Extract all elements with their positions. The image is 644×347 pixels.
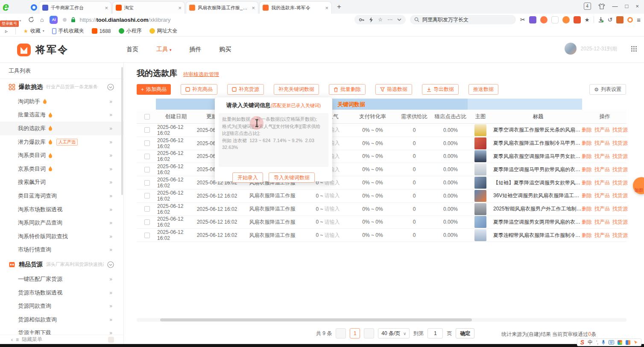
- row-checkbox[interactable]: [144, 219, 150, 225]
- horizontal-scrollbar-thumb[interactable]: [160, 318, 472, 321]
- delete-link[interactable]: 删除: [582, 140, 592, 147]
- delete-link[interactable]: 删除: [582, 232, 592, 239]
- hide-menu-bar[interactable]: ‹ ≡ 隐藏菜单: [0, 335, 123, 344]
- home-icon[interactable]: ⌂: [40, 16, 44, 23]
- sidebar-item-taoci-zhushou[interactable]: 淘词助手 »: [0, 95, 123, 108]
- delete-link[interactable]: 删除: [582, 205, 592, 213]
- sidebar-item-tejiaban-tongkuan[interactable]: 淘系特价版同款查找 »: [0, 230, 123, 243]
- product-image[interactable]: [474, 124, 486, 136]
- find-source-link[interactable]: 找货源: [612, 126, 628, 134]
- sidebar-section-hot-picks[interactable]: 爆款挑选 行业产品货源一条龙服务: [0, 79, 123, 95]
- sidebar-scrollbar[interactable]: [121, 67, 123, 195]
- fox-extension-icon[interactable]: [562, 16, 570, 23]
- maximize-button[interactable]: □: [625, 3, 629, 9]
- sidebar-item-sousuo-biaoshengci[interactable]: 搜索飙升词 »: [0, 176, 123, 190]
- row-checkbox[interactable]: [144, 233, 150, 238]
- delete-link[interactable]: 删除: [582, 166, 592, 173]
- column-main-image[interactable]: 主图: [468, 110, 493, 123]
- quick-search-box[interactable]: 阿里离职发万字长文: [410, 15, 516, 24]
- avatar[interactable]: [565, 43, 577, 55]
- find-product-link[interactable]: 找产品: [594, 140, 610, 147]
- scissors-extension-icon[interactable]: ✂: [520, 16, 525, 23]
- product-image[interactable]: [474, 203, 486, 215]
- row-checkbox[interactable]: [144, 193, 150, 198]
- find-product-link[interactable]: 找产品: [594, 219, 610, 226]
- row-checkbox[interactable]: [144, 167, 150, 172]
- bookmark-miniprogram[interactable]: 小程序: [119, 27, 142, 35]
- tab-close-icon[interactable]: ×: [325, 5, 328, 11]
- extensions-icon[interactable]: ★: [585, 17, 590, 23]
- chevron-circle-icon[interactable]: [107, 84, 114, 90]
- select-all-checkbox[interactable]: [144, 114, 150, 120]
- pointer-icon[interactable]: [634, 340, 638, 344]
- download-icon[interactable]: [598, 17, 604, 23]
- find-product-link[interactable]: 找产品: [594, 192, 610, 199]
- delete-link[interactable]: 删除: [582, 192, 592, 199]
- apps-grid-icon[interactable]: [631, 46, 637, 52]
- reload-icon[interactable]: [28, 17, 34, 23]
- tab-close-icon[interactable]: ×: [178, 5, 181, 11]
- popularity-input-placeholder[interactable]: 请输入: [325, 205, 340, 213]
- close-button[interactable]: ×: [635, 3, 639, 9]
- sidebar-item-huoyuan-shichang-toushi[interactable]: 货源市场数据透视 »: [0, 286, 123, 300]
- tab-taobao[interactable]: 淘宝 ×: [112, 1, 185, 14]
- translate-extension-icon[interactable]: [529, 16, 536, 23]
- keyboard-icon[interactable]: [609, 340, 614, 344]
- bookmark-navsite[interactable]: 网址大全: [149, 27, 178, 35]
- export-data-button[interactable]: 导出数据: [422, 84, 459, 95]
- product-image[interactable]: [474, 163, 486, 175]
- find-source-link[interactable]: 找货源: [612, 153, 628, 160]
- column-created[interactable]: 创建日期: [157, 110, 195, 123]
- shirt-icon[interactable]: [598, 3, 605, 9]
- bookmark-phone-favorites[interactable]: 手机收藏夹: [52, 27, 84, 35]
- download-count-badge[interactable]: 4: [584, 3, 591, 10]
- prev-page-button[interactable]: [336, 328, 346, 338]
- site-info-icon[interactable]: [63, 18, 67, 22]
- tab-taobao-search[interactable]: 风扇衣服降温工作服_淘宝搜索 ×: [186, 1, 258, 14]
- current-page-button[interactable]: 1: [350, 328, 360, 338]
- row-checkbox[interactable]: [144, 127, 150, 133]
- brand-logo[interactable]: 将军令: [16, 42, 69, 57]
- column-actions[interactable]: 操作: [583, 110, 626, 123]
- bookmark-star-icon[interactable]: ☆: [378, 17, 383, 23]
- find-source-link[interactable]: 找货源: [612, 140, 628, 147]
- sidebar-item-shichang-hangqing[interactable]: 市场行情查询 »: [0, 243, 123, 257]
- sidebar-item-jingxi-leimuci[interactable]: 京系类目词 »: [0, 162, 123, 176]
- goto-page-input[interactable]: 1: [427, 328, 443, 338]
- column-conversion[interactable]: 支付转化率: [350, 110, 395, 123]
- skin-palette-icon[interactable]: [618, 340, 622, 345]
- undo-icon[interactable]: ↺: [608, 16, 613, 23]
- nav-plugins[interactable]: 插件: [190, 46, 202, 53]
- tab-xuankuanku-active[interactable]: 我的选款库-将军令 ×: [259, 1, 332, 14]
- login-account-badge[interactable]: 登录账号: [0, 20, 19, 27]
- push-data-button[interactable]: 推送数据: [468, 84, 498, 95]
- new-tab-button[interactable]: +: [337, 3, 341, 11]
- sidebar-item-taoxi-leimuci[interactable]: 淘系类目词 »: [0, 149, 123, 162]
- filter-data-button[interactable]: 筛选数据: [375, 84, 412, 95]
- popularity-input-placeholder[interactable]: 请输入: [325, 192, 340, 199]
- column-supply-ratio[interactable]: 需求供给比: [395, 110, 433, 123]
- supplement-keyword-button[interactable]: 补充关键词数据: [274, 84, 319, 95]
- sidebar-item-my-selection-library[interactable]: 我的选款库 »: [0, 122, 123, 135]
- page-size-select[interactable]: 40 条/页∨: [378, 328, 410, 338]
- delete-link[interactable]: 删除: [582, 219, 592, 226]
- more-icon[interactable]: ⋯: [387, 17, 392, 23]
- ime-mode-indicator[interactable]: 中: [588, 339, 593, 346]
- find-product-link[interactable]: 找产品: [594, 205, 610, 213]
- nav-home[interactable]: 首页: [126, 46, 138, 53]
- next-page-button[interactable]: [364, 328, 374, 338]
- chevron-circle-icon[interactable]: [107, 261, 114, 268]
- find-source-link[interactable]: 找货源: [612, 179, 628, 187]
- column-click-share[interactable]: 猫店点击占比: [433, 110, 468, 123]
- minimize-button[interactable]: —: [612, 3, 618, 9]
- find-product-link[interactable]: 找产品: [594, 232, 610, 239]
- tab-close-icon[interactable]: ×: [105, 5, 108, 11]
- ime-punct-indicator[interactable]: ’,: [596, 340, 598, 345]
- bookmark-1688[interactable]: 1688: [92, 28, 111, 34]
- toolbox-grid-icon[interactable]: [626, 340, 630, 345]
- cat-extension-icon[interactable]: [540, 16, 547, 23]
- popularity-input-placeholder[interactable]: 请输入: [325, 232, 340, 239]
- rewards-icon[interactable]: [627, 17, 633, 23]
- nav-buy[interactable]: 购买: [220, 46, 231, 53]
- supplement-source-button[interactable]: 补充货源: [227, 84, 264, 95]
